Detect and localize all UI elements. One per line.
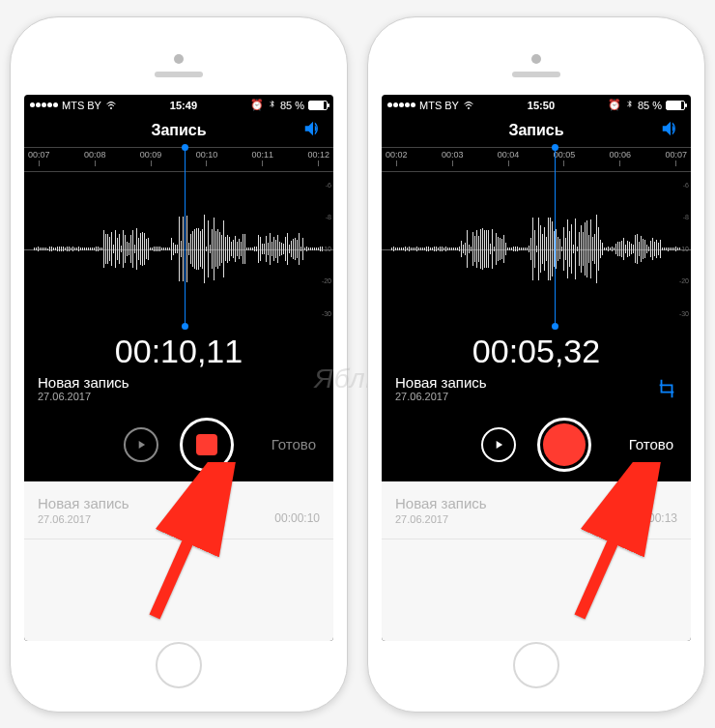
waveform: [24, 201, 333, 298]
recording-meta: Новая запись 27.06.2017: [24, 372, 333, 408]
wave-bars: [24, 201, 333, 298]
ruler-tick: 00:10: [196, 148, 218, 166]
page-title: Запись: [508, 122, 563, 139]
signal-icon: [387, 102, 415, 107]
waveform: [382, 201, 691, 298]
ruler-tick: 00:06: [610, 148, 632, 166]
timer: 00:10,11: [24, 327, 333, 372]
time-ruler[interactable]: 00:07 00:08 00:09 00:10 00:11 00:12: [24, 147, 333, 172]
recording-meta: Новая запись 27.06.2017: [382, 372, 691, 408]
phone-top: [382, 37, 691, 95]
nav-bar: Запись: [24, 114, 333, 147]
waveform-area[interactable]: -6-8-10-20-30: [382, 172, 691, 327]
screen: MTS BY 15:50 ⏰ 85 % Запись 00:02: [382, 95, 691, 641]
ruler-tick: 00:03: [442, 148, 464, 166]
db-scale: -6-8-10-20-30: [679, 182, 689, 317]
signal-icon: [30, 102, 58, 107]
front-camera: [174, 54, 184, 64]
ruler-tick: 00:08: [84, 148, 106, 166]
wave-bars: [382, 201, 691, 298]
ruler-tick: 00:07: [665, 148, 687, 166]
time-ruler[interactable]: 00:02 00:03 00:04 00:05 00:06 00:07: [382, 147, 691, 172]
home-button[interactable]: [156, 642, 202, 688]
playhead[interactable]: [185, 147, 186, 327]
status-bar: MTS BY 15:49 ⏰ 85 %: [24, 95, 333, 114]
recordings-list[interactable]: Новая запись 27.06.2017 00:00:13: [382, 481, 691, 641]
battery-icon: [666, 101, 685, 110]
clock: 15:49: [117, 100, 250, 111]
nav-bar: Запись: [382, 114, 691, 147]
recording-date: 27.06.2017: [38, 391, 320, 402]
carrier-label: MTS BY: [62, 100, 101, 111]
recording-name: Новая запись: [38, 374, 320, 391]
list-item-name: Новая запись: [395, 495, 487, 511]
list-item[interactable]: Новая запись 27.06.2017 00:00:10: [24, 481, 333, 539]
status-bar: MTS BY 15:50 ⏰ 85 %: [382, 95, 691, 114]
playhead[interactable]: [555, 147, 556, 327]
list-item-date: 27.06.2017: [38, 513, 129, 525]
battery-pct: 85 %: [638, 100, 662, 111]
list-item-duration: 00:00:10: [274, 511, 320, 525]
list-item[interactable]: Новая запись 27.06.2017 00:00:13: [382, 481, 691, 539]
iphone-device: MTS BY 15:49 ⏰ 85 % Запись 00:07: [10, 16, 348, 713]
ruler-tick: 00:07: [28, 148, 50, 166]
home-button[interactable]: [513, 642, 559, 688]
timer: 00:05,32: [382, 327, 691, 372]
record-icon: [543, 423, 586, 466]
record-button[interactable]: [537, 418, 591, 472]
wifi-icon: [105, 99, 117, 112]
alarm-icon: ⏰: [608, 99, 621, 111]
controls: Готово: [382, 408, 691, 481]
crop-icon[interactable]: [656, 378, 677, 403]
bluetooth-icon: [625, 99, 634, 111]
phone-top: [24, 37, 333, 95]
screen: MTS BY 15:49 ⏰ 85 % Запись 00:07: [24, 95, 333, 641]
bluetooth-icon: [268, 99, 276, 111]
battery-pct: 85 %: [280, 100, 304, 111]
done-button[interactable]: Готово: [272, 436, 316, 452]
speaker-output-icon[interactable]: [660, 118, 681, 143]
wifi-icon: [463, 99, 474, 112]
iphone-device: MTS BY 15:50 ⏰ 85 % Запись 00:02: [367, 16, 705, 713]
list-item-date: 27.06.2017: [395, 513, 487, 525]
play-button[interactable]: [481, 427, 516, 462]
page-title: Запись: [151, 122, 206, 139]
stop-icon: [196, 434, 217, 455]
front-camera: [531, 54, 541, 64]
battery-icon: [308, 101, 328, 110]
clock: 15:50: [474, 100, 608, 111]
done-button[interactable]: Готово: [629, 436, 673, 452]
play-button[interactable]: [124, 427, 158, 462]
waveform-area[interactable]: -6-8-10-20-30: [24, 172, 333, 327]
ruler-tick: 00:04: [498, 148, 520, 166]
speaker-output-icon[interactable]: [302, 118, 324, 143]
recordings-list[interactable]: Новая запись 27.06.2017 00:00:10: [24, 481, 333, 641]
ruler-tick: 00:11: [252, 148, 274, 166]
db-scale: -6-8-10-20-30: [322, 182, 331, 317]
ruler-tick: 00:12: [307, 148, 329, 166]
controls: Готово: [24, 408, 333, 481]
carrier-label: MTS BY: [419, 100, 459, 111]
record-button[interactable]: [180, 418, 234, 472]
recording-date: 27.06.2017: [395, 391, 677, 402]
earpiece-speaker: [155, 72, 203, 77]
ruler-tick: 00:09: [140, 148, 162, 166]
ruler-tick: 00:02: [386, 148, 408, 166]
list-item-name: Новая запись: [38, 495, 129, 511]
list-item-duration: 00:00:13: [632, 511, 677, 525]
alarm-icon: ⏰: [250, 99, 264, 111]
earpiece-speaker: [512, 72, 560, 77]
recording-name: Новая запись: [395, 374, 677, 391]
